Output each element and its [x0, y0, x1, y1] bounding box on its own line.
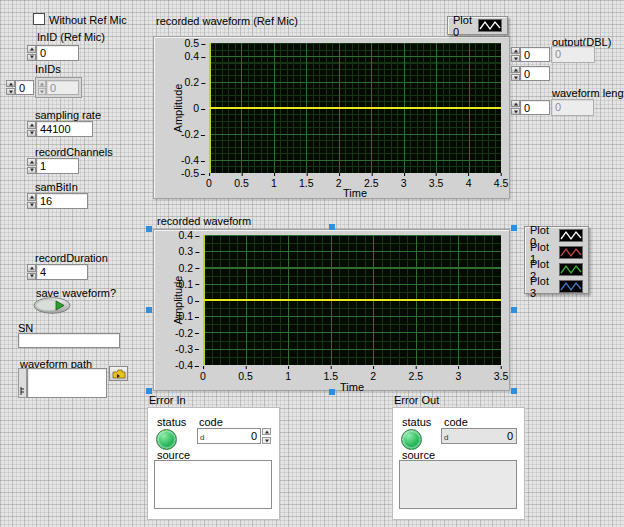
selection-handle[interactable] [146, 307, 152, 313]
graph1-legend[interactable]: Plot 0 [447, 16, 508, 35]
plot-style-icon [559, 263, 583, 276]
graph2-plot-area[interactable] [203, 235, 501, 365]
selection-handle[interactable] [511, 225, 517, 231]
inids-label: InIDs [35, 63, 61, 75]
selection-handle[interactable] [511, 307, 517, 313]
plot-style-icon [559, 229, 583, 242]
inids-element-field[interactable]: 0 [46, 80, 79, 95]
x-axis-tick: 2 [336, 177, 342, 189]
without-ref-mic-label: Without Ref Mic [49, 14, 127, 26]
error-in-title: Error In [149, 394, 186, 406]
graph1: Amplitude Time 0.50.40.20-0.2-0.4-0.500.… [153, 36, 510, 199]
output-dbl-index1-field[interactable]: 0 [520, 47, 550, 62]
sn-field[interactable] [18, 333, 120, 348]
path-type-strip [18, 368, 27, 398]
graph1-plot-area[interactable] [209, 43, 501, 173]
error-in-source-field[interactable] [154, 460, 272, 509]
save-waveform-button[interactable] [33, 297, 71, 314]
output-dbl-index2-field[interactable]: 0 [520, 66, 550, 81]
selection-handle[interactable] [329, 389, 335, 395]
selection-handle[interactable] [329, 224, 335, 230]
y-axis-tick: 0.5 [184, 37, 205, 49]
error-in-status-label: status [157, 416, 186, 428]
legend-item-label: Plot 0 [453, 14, 472, 38]
error-out-code-label: code [444, 416, 468, 428]
record-duration-spinner[interactable] [27, 264, 36, 280]
inid-label: InID (Ref Mic) [37, 31, 105, 43]
x-axis-tick: 2.5 [364, 177, 379, 189]
waveform-length-label: waveform length [552, 87, 624, 99]
browse-path-button[interactable] [109, 366, 128, 381]
save-waveform-button-icon [33, 297, 71, 314]
legend-item-label: Plot 3 [530, 275, 553, 299]
error-out-source-field [399, 460, 517, 509]
y-axis-tick: -0.4 [175, 359, 199, 371]
radix-indicator: d [444, 433, 448, 442]
error-out-status-led [401, 429, 422, 450]
graph1-plot-line [209, 107, 501, 109]
inids-element-spinner[interactable] [38, 80, 46, 95]
y-axis-tick: 0.4 [184, 50, 205, 62]
record-channels-spinner[interactable] [27, 158, 36, 174]
x-axis-tick: 3 [456, 370, 462, 382]
x-axis-tick: 3.5 [494, 370, 509, 382]
error-in-cluster: status code d 0 source [147, 407, 280, 520]
sambitin-spinner[interactable] [27, 193, 36, 209]
inids-index-field[interactable]: 0 [15, 80, 34, 95]
selection-handle[interactable] [511, 388, 517, 394]
record-channels-label: recordChannels [35, 146, 113, 158]
x-axis-tick: 1.5 [323, 370, 338, 382]
waveform-path-field[interactable] [27, 368, 107, 398]
without-ref-mic-checkbox[interactable] [33, 13, 45, 25]
output-dbl-index2-spinner[interactable] [511, 66, 520, 81]
selection-handle[interactable] [146, 226, 152, 232]
record-duration-field[interactable]: 4 [36, 264, 88, 280]
x-axis-tick: 1.5 [299, 177, 314, 189]
x-axis-tick: 0 [200, 370, 206, 382]
legend-item[interactable]: Plot 3 [525, 278, 588, 295]
graph2-legend[interactable]: Plot 0Plot 1Plot 2Plot 3 [524, 226, 589, 294]
error-in-code-field[interactable]: d 0 [197, 428, 261, 444]
x-axis-tick: 2 [370, 370, 376, 382]
legend-item[interactable]: Plot 0 [448, 17, 507, 34]
y-axis-tick: -0.2 [175, 327, 199, 339]
plot-style-icon [559, 280, 583, 293]
y-axis-tick: 0.3 [178, 245, 199, 257]
x-axis-tick: 0.5 [234, 177, 249, 189]
sampling-rate-label: sampling rate [35, 109, 101, 121]
record-channels-field[interactable]: 1 [36, 158, 79, 174]
output-dbl-index1-spinner[interactable] [511, 47, 520, 62]
y-axis-tick: -0.2 [181, 128, 205, 140]
sampling-rate-spinner[interactable] [27, 121, 36, 137]
x-axis-tick: 1 [271, 177, 277, 189]
path-symbol-icon [19, 386, 26, 396]
radix-indicator: d [200, 433, 204, 442]
graph1-title: recorded waveform (Ref Mic) [156, 15, 298, 27]
waveform-length-element-field: 0 [551, 99, 594, 116]
inids-index-spinner[interactable] [6, 80, 15, 95]
x-axis-tick: 0 [206, 177, 212, 189]
x-axis-tick: 3 [401, 177, 407, 189]
y-axis-tick: 0.2 [178, 262, 199, 274]
sampling-rate-field[interactable]: 44100 [36, 121, 93, 137]
waveform-length-index-field[interactable]: 0 [520, 100, 550, 115]
y-axis-tick: 0.4 [178, 229, 199, 241]
y-axis-tick: -0.5 [181, 167, 205, 179]
waveform-length-index-spinner[interactable] [511, 100, 520, 115]
graph2-x-axis-label: Time [340, 381, 364, 393]
x-axis-tick: 4.5 [494, 177, 509, 189]
x-axis-tick: 1 [285, 370, 291, 382]
folder-icon [112, 369, 126, 379]
error-out-status-label: status [402, 416, 431, 428]
x-axis-tick: 0.5 [238, 370, 253, 382]
plot-style-icon [559, 246, 583, 259]
sambitin-field[interactable]: 16 [36, 193, 88, 209]
y-axis-tick: -0.1 [175, 310, 199, 322]
inid-field[interactable]: 0 [36, 45, 79, 61]
inid-spinner[interactable] [27, 45, 36, 61]
y-axis-tick: 0.1 [178, 278, 199, 290]
error-in-status-led[interactable] [156, 429, 177, 450]
error-in-code-spinner[interactable] [262, 428, 271, 444]
graph2-title: recorded waveform [157, 215, 251, 227]
error-in-code-label: code [199, 416, 223, 428]
